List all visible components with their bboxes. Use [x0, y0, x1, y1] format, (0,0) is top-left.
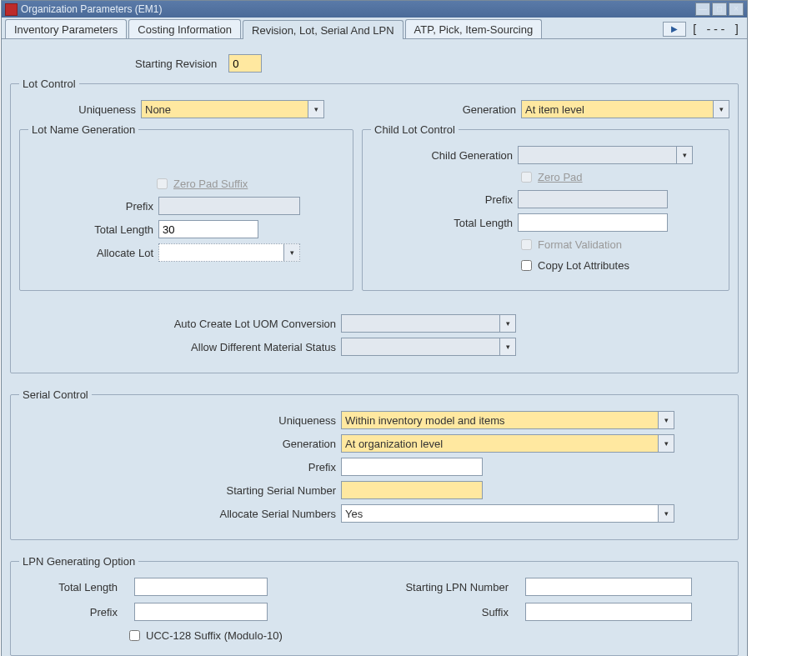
copy-lot-attrs-checkbox-wrap[interactable]: Copy Lot Attributes [518, 258, 629, 273]
format-validation-checkbox [521, 239, 532, 250]
lpn-suffix-input[interactable] [525, 603, 692, 621]
serial-generation-label: Generation [19, 438, 341, 450]
lpn-total-length-label: Total Length [23, 581, 123, 593]
starting-revision-label: Starting Revision [135, 58, 222, 70]
tab-inventory-parameters[interactable]: Inventory Parameters [5, 19, 127, 38]
lot-generation-value: At item level [525, 103, 713, 116]
lot-top-row: Uniqueness None ▾ Generation At item lev… [19, 100, 729, 118]
child-lot-control-legend: Child Lot Control [371, 123, 459, 136]
auto-create-lot-uom-select[interactable]: ▾ [341, 314, 516, 333]
serial-prefix-input[interactable] [341, 458, 483, 476]
allocate-serial-numbers-value: Yes [345, 508, 658, 520]
oracle-app-icon [5, 3, 18, 16]
chevron-down-icon: ▾ [658, 412, 674, 428]
serial-control-legend: Serial Control [19, 388, 92, 401]
ucc128-checkbox-wrap[interactable]: UCC-128 Suffix (Modulo-10) [126, 628, 283, 643]
lpn-prefix-input[interactable] [134, 603, 268, 621]
chevron-right-icon: ▶ [671, 24, 678, 33]
starting-serial-number-input[interactable] [341, 481, 483, 499]
maximize-button[interactable]: □ [712, 3, 727, 16]
format-validation-checkbox-wrap: Format Validation [518, 237, 627, 253]
serial-uniqueness-value: Within inventory model and items [345, 414, 658, 427]
lot-uniqueness-select[interactable]: None ▾ [141, 100, 324, 118]
child-total-length-label: Total Length [371, 217, 518, 229]
lot-control-legend: Lot Control [19, 78, 79, 90]
starting-lpn-number-label: Starting LPN Number [347, 581, 514, 593]
copy-lot-attrs-checkbox[interactable] [521, 260, 532, 271]
lot-control-group: Lot Control Uniqueness None ▾ Generation… [10, 78, 739, 373]
chevron-down-icon: ▾ [499, 315, 515, 332]
window-titlebar: Organization Parameters (EM1) — □ × [2, 1, 747, 18]
starting-revision-input[interactable] [228, 54, 262, 73]
child-prefix-input [518, 190, 668, 208]
child-generation-label: Child Generation [371, 149, 518, 162]
lot-uniqueness-label: Uniqueness [19, 103, 141, 116]
lot-name-generation-legend: Lot Name Generation [28, 123, 138, 136]
allow-diff-material-status-select[interactable]: ▾ [341, 338, 516, 356]
lot-generation-label: Generation [416, 103, 521, 116]
chevron-down-icon: ▾ [658, 435, 674, 452]
serial-generation-value: At organization level [345, 438, 658, 450]
lpn-total-length-input[interactable] [134, 578, 268, 596]
lpn-generating-option-group: LPN Generating Option Total Length Start… [10, 555, 739, 656]
lot-name-prefix-input [158, 197, 300, 215]
ucc128-checkbox[interactable] [129, 630, 140, 641]
lot-generation-select[interactable]: At item level ▾ [521, 100, 729, 118]
organization-parameters-window: Organization Parameters (EM1) — □ × Inve… [1, 0, 748, 656]
starting-revision-row: Starting Revision [135, 54, 739, 73]
tab-atp-pick-item-sourcing[interactable]: ATP, Pick, Item-Sourcing [405, 19, 543, 38]
child-prefix-label: Prefix [371, 193, 518, 206]
lpn-suffix-label: Suffix [347, 606, 514, 618]
serial-uniqueness-select[interactable]: Within inventory model and items ▾ [341, 411, 674, 429]
allocate-lot-select[interactable]: ▾ [158, 243, 300, 262]
tab-revision-lot-serial-lpn[interactable]: Revision, Lot, Serial And LPN [243, 20, 403, 39]
starting-serial-number-label: Starting Serial Number [19, 484, 341, 497]
close-button[interactable]: × [729, 3, 744, 16]
lpn-legend: LPN Generating Option [19, 555, 138, 568]
tab-scroll-area: ▶ [ --- ] [663, 22, 744, 37]
zero-pad-suffix-checkbox-wrap: Zero Pad Suffix [153, 176, 253, 192]
window-title: Organization Parameters (EM1) [21, 3, 695, 15]
allow-diff-material-status-label: Allow Different Material Status [19, 341, 341, 353]
auto-create-lot-uom-label: Auto Create Lot UOM Conversion [19, 318, 341, 330]
chevron-down-icon: ▾ [713, 101, 729, 118]
child-lot-control-group: Child Lot Control Child Generation ▾ Zer… [362, 123, 729, 291]
lot-uniqueness-value: None [145, 103, 308, 116]
window-buttons: — □ × [695, 3, 744, 16]
child-zero-pad-checkbox-wrap: Zero Pad [518, 169, 587, 185]
chevron-down-icon: ▾ [283, 244, 299, 261]
serial-control-group: Serial Control Uniqueness Within invento… [10, 388, 739, 540]
ucc128-label: UCC-128 Suffix (Modulo-10) [146, 629, 283, 642]
child-zero-pad-checkbox [521, 172, 532, 183]
child-total-length-input[interactable] [518, 213, 668, 232]
tab-content: Starting Revision Lot Control Uniqueness… [2, 39, 747, 656]
zero-pad-suffix-checkbox [157, 178, 168, 189]
allocate-serial-numbers-label: Allocate Serial Numbers [19, 508, 341, 520]
serial-prefix-label: Prefix [19, 461, 341, 473]
serial-uniqueness-label: Uniqueness [19, 414, 341, 427]
chevron-down-icon: ▾ [308, 101, 323, 118]
minimize-button[interactable]: — [695, 3, 710, 16]
format-validation-label: Format Validation [538, 238, 627, 251]
allocate-lot-label: Allocate Lot [28, 247, 158, 259]
child-generation-select[interactable]: ▾ [518, 146, 693, 164]
tab-costing-information[interactable]: Costing Information [128, 19, 241, 38]
chevron-down-icon: ▾ [499, 338, 515, 355]
copy-lot-attrs-label: Copy Lot Attributes [538, 259, 629, 272]
serial-generation-select[interactable]: At organization level ▾ [341, 434, 674, 453]
chevron-down-icon: ▾ [658, 505, 674, 522]
lot-name-total-length-label: Total Length [28, 223, 158, 236]
tab-scroll-right-button[interactable]: ▶ [663, 22, 686, 37]
tab-bar: Inventory Parameters Costing Information… [2, 18, 747, 39]
lpn-prefix-label: Prefix [23, 606, 123, 618]
lot-name-generation-group: Lot Name Generation Zero Pad Suffix Pref… [19, 123, 353, 291]
tab-indicator: [ --- ] [691, 23, 740, 36]
starting-lpn-number-input[interactable] [525, 578, 692, 596]
zero-pad-suffix-label: Zero Pad Suffix [173, 178, 253, 190]
allocate-serial-numbers-select[interactable]: Yes ▾ [341, 504, 674, 523]
lot-name-total-length-input[interactable] [158, 220, 258, 238]
chevron-down-icon: ▾ [676, 147, 692, 163]
child-zero-pad-label: Zero Pad [538, 171, 587, 183]
lot-name-prefix-label: Prefix [28, 200, 158, 213]
